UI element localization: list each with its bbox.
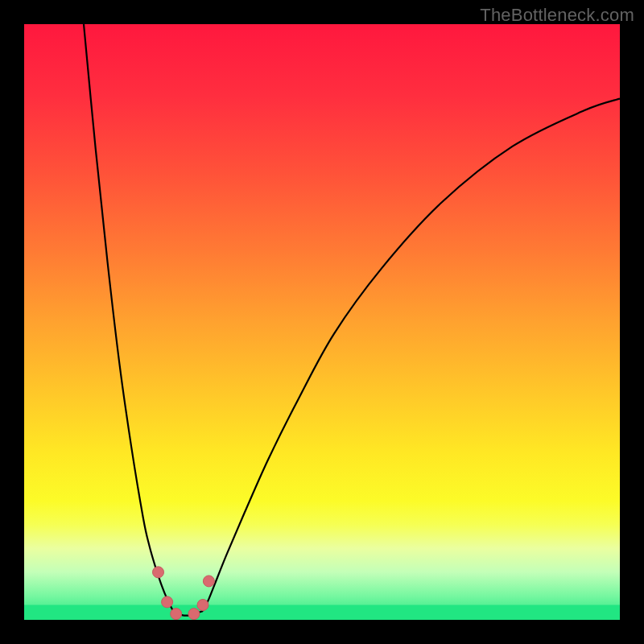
data-marker [162, 597, 173, 608]
data-marker [153, 567, 164, 578]
chart-frame [24, 24, 620, 620]
data-marker [203, 576, 214, 587]
bottleneck-chart [24, 24, 620, 620]
data-marker [197, 600, 208, 611]
data-marker [188, 609, 200, 620]
watermark-text: TheBottleneck.com [480, 5, 634, 26]
data-marker [171, 609, 182, 620]
green-baseline-band [24, 605, 620, 621]
